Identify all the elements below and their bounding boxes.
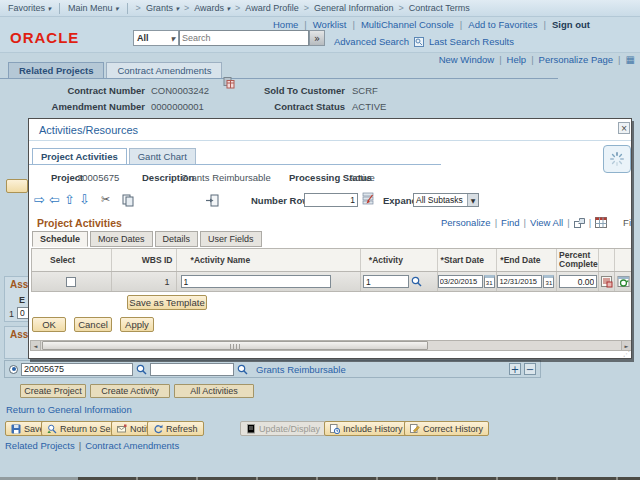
close-icon[interactable]: × — [618, 122, 630, 134]
scroll-left-arrow[interactable]: ◄ — [31, 341, 41, 350]
expand-select[interactable]: All Subtasks ▼ — [413, 193, 479, 207]
number-rows-input[interactable] — [304, 193, 358, 207]
footer-links: Related Projects | Contract Amendments — [5, 440, 179, 451]
view-all-link[interactable]: View All — [530, 217, 563, 228]
select-checkbox[interactable] — [66, 277, 76, 287]
indent-right-icon[interactable]: ⇨ — [34, 192, 45, 207]
project-id-input[interactable] — [21, 363, 133, 376]
move-up-icon[interactable]: ⇧ — [64, 192, 75, 207]
resource-schedule-icon[interactable] — [617, 275, 630, 288]
breadcrumb-separator: > — [235, 3, 240, 13]
activity-filter-input[interactable] — [150, 363, 234, 376]
project-description-link[interactable]: Grants Reimbursable — [256, 364, 346, 375]
tab-more-dates[interactable]: More Dates — [90, 231, 153, 247]
tab-user-fields[interactable]: User Fields — [200, 231, 262, 247]
save-as-template-button[interactable]: Save as Template — [127, 295, 207, 310]
breadcrumb-favorites[interactable]: Favorites ▾ — [8, 3, 51, 13]
search-bar: All ▼ » — [133, 30, 325, 46]
resize-grip-icon[interactable]: ⋰ — [623, 350, 630, 358]
tab-related-projects[interactable]: Related Projects — [8, 62, 104, 79]
indent-left-icon[interactable]: ⇦ — [49, 192, 60, 207]
contract-status-label: Contract Status — [240, 101, 345, 112]
copy-icon[interactable] — [122, 194, 134, 207]
percent-complete-input[interactable] — [559, 275, 597, 288]
all-activities-button[interactable]: All Activities — [174, 384, 254, 398]
multichannel-console-link[interactable]: MultiChannel Console — [361, 19, 454, 30]
tab-details[interactable]: Details — [155, 231, 199, 247]
personalize-page-link[interactable]: Personalize Page — [539, 54, 613, 65]
search-go-button[interactable]: » — [309, 30, 325, 46]
breadcrumb-main-menu[interactable]: Main Menu ▾ — [68, 3, 119, 13]
cut-icon[interactable]: ✂ — [101, 193, 110, 206]
return-to-general-information-link[interactable]: Return to General Information — [6, 404, 132, 415]
activity-notes-icon[interactable] — [600, 275, 613, 288]
tab-contract-amendments[interactable]: Contract Amendments — [106, 62, 222, 79]
hidden-button-fragment — [6, 179, 28, 193]
tab-gantt-chart[interactable]: Gantt Chart — [129, 148, 196, 165]
include-history-button[interactable]: Include History — [324, 421, 409, 436]
download-grid-icon[interactable] — [595, 217, 607, 228]
lookup-icon[interactable] — [237, 364, 248, 375]
separator: | — [304, 19, 306, 30]
footer-related-projects-link[interactable]: Related Projects — [5, 440, 75, 451]
refresh-button[interactable]: Refresh — [147, 421, 204, 436]
footer-contract-amendments-link[interactable]: Contract Amendments — [85, 440, 179, 451]
col-activity: *Activity — [361, 249, 438, 271]
popup-window-icon[interactable] — [574, 218, 585, 228]
horizontal-scrollbar: ◄ ► — [30, 340, 632, 351]
project-radio[interactable] — [9, 365, 18, 374]
move-down-icon[interactable]: ⇩ — [79, 192, 90, 207]
create-activity-button[interactable]: Create Activity — [90, 384, 170, 398]
transfer-icon[interactable] — [222, 76, 235, 89]
processing-status-value: Active — [349, 172, 375, 183]
tab-project-activities[interactable]: Project Activities — [32, 148, 127, 165]
last-search-results-link[interactable]: Last Search Results — [429, 36, 514, 47]
start-date-input[interactable] — [438, 275, 483, 288]
advanced-search-link[interactable]: Advanced Search — [334, 36, 409, 47]
page-tabs: Related Projects Contract Amendments — [8, 62, 222, 79]
breadcrumb-contract-terms[interactable]: Contract Terms — [409, 3, 470, 13]
add-row-button[interactable]: + — [509, 363, 521, 375]
worklist-link[interactable]: Worklist — [313, 19, 347, 30]
grid-actions: Personalize| Find| View All| | First ‹ 1… — [441, 217, 632, 228]
separator: | — [567, 217, 569, 228]
insert-rows-icon[interactable] — [362, 192, 374, 205]
activity-input[interactable] — [363, 275, 409, 288]
chevron-down-icon: ▾ — [115, 5, 119, 13]
sign-out-link[interactable]: Sign out — [552, 19, 590, 30]
breadcrumb-award-profile[interactable]: Award Profile — [245, 3, 298, 13]
scroll-right-arrow[interactable]: ► — [621, 341, 631, 350]
lookup-icon[interactable] — [411, 276, 422, 287]
activity-name-input[interactable] — [181, 275, 331, 288]
breadcrumb-awards[interactable]: Awards ▾ — [194, 3, 230, 13]
apply-button[interactable]: Apply — [120, 317, 154, 332]
breadcrumb-grants[interactable]: Grants ▾ — [146, 3, 179, 13]
tab-schedule[interactable]: Schedule — [32, 231, 88, 247]
lookup-icon[interactable] — [136, 364, 147, 375]
personalize-link[interactable]: Personalize — [441, 217, 491, 228]
ok-button[interactable]: OK — [32, 317, 66, 332]
add-to-favorites-link[interactable]: Add to Favorites — [468, 19, 537, 30]
calendar-icon[interactable]: 31 — [484, 275, 495, 288]
tab-rule — [0, 78, 558, 79]
help-link[interactable]: Help — [507, 54, 527, 65]
layout-grid-icon[interactable]: ▦ — [626, 54, 635, 65]
new-window-link[interactable]: New Window — [439, 54, 494, 65]
correct-history-button[interactable]: Correct History — [404, 421, 489, 436]
paste-icon[interactable] — [206, 194, 219, 207]
home-link[interactable]: Home — [273, 19, 298, 30]
header-links: Home| Worklist| MultiChannel Console| Ad… — [273, 19, 590, 30]
hidden-groupbox-1: Ass E 1 0 — [4, 276, 29, 322]
scrollbar-thumb[interactable] — [42, 341, 428, 350]
breadcrumb-general-information[interactable]: General Information — [314, 3, 394, 13]
search-scope-select[interactable]: All ▼ — [133, 30, 179, 46]
calendar-icon[interactable]: 31 — [543, 275, 554, 288]
delete-row-button[interactable]: − — [524, 363, 536, 375]
sold-to-customer-label: Sold To Customer — [240, 85, 345, 96]
find-link[interactable]: Find — [501, 217, 519, 228]
search-input[interactable] — [179, 30, 309, 46]
create-project-button[interactable]: Create Project — [20, 384, 86, 398]
breadcrumb: Favorites ▾ Main Menu ▾ > Grants ▾ > Awa… — [0, 0, 640, 17]
cancel-button[interactable]: Cancel — [74, 317, 112, 332]
end-date-input[interactable] — [497, 275, 542, 288]
